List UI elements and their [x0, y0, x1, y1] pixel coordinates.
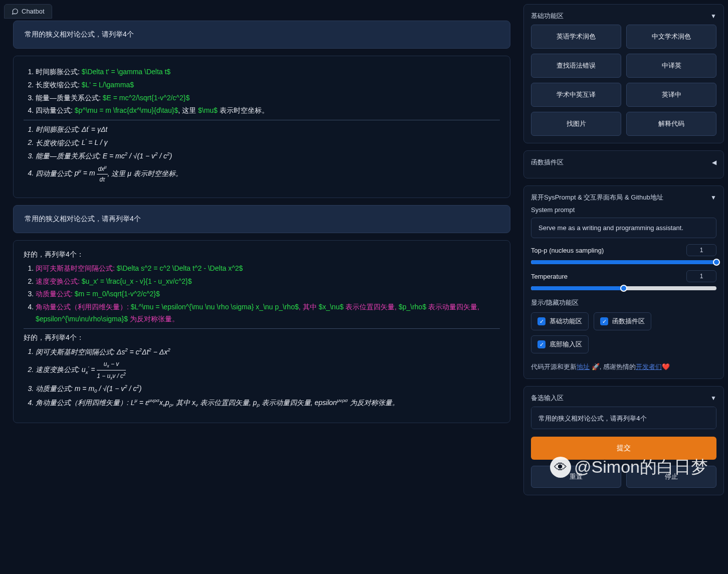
user-message: 常用的狭义相对论公式，请再列举4个 [13, 205, 510, 233]
submit-button[interactable]: 提交 [531, 437, 716, 460]
sysprompt-panel: 展开SysPrompt & 交互界面布局 & Github地址 ▼ System… [523, 185, 724, 379]
alt-input[interactable] [531, 407, 716, 429]
check-icon: ✓ [537, 317, 545, 325]
divider [24, 120, 500, 120]
rendered-formula: 速度变换公式: ux′ = ux − v1 − uxv / c2 [36, 359, 500, 381]
heart-icon: ❤️ [662, 363, 670, 370]
toggle-checkbox[interactable]: ✓ 底部输入区 [531, 335, 589, 353]
bot-message: 好的，再列举4个： 闵可夫斯基时空间隔公式: $\Delta s^2 = c^2… [13, 240, 510, 423]
source-link[interactable]: 地址 [577, 363, 590, 370]
func-button[interactable]: 中文学术润色 [626, 25, 716, 49]
divider [24, 328, 500, 329]
top-p-label: Top-p (nucleus sampling) [531, 247, 604, 254]
caret-down-icon: ▼ [710, 194, 716, 201]
rendered-formula: 能量—质量关系公式: E = mc2 / √(1 − v2 / c2) [36, 150, 500, 162]
temperature-label: Temperature [531, 273, 568, 280]
panel-header[interactable]: 展开SysPrompt & 交互界面布局 & Github地址 ▼ [531, 193, 716, 202]
tab-chatbot[interactable]: Chatbot [4, 4, 52, 19]
func-button[interactable]: 查找语法错误 [531, 54, 621, 78]
rocket-icon: 🚀 [592, 363, 600, 370]
temperature-value[interactable]: 1 [686, 270, 716, 282]
user-message-text: 常用的狭义相对论公式，请列举4个 [25, 30, 134, 38]
caret-down-icon: ▼ [710, 395, 716, 402]
alt-input-panel: 备选输入区 ▼ 提交 重置 停止 [523, 386, 724, 495]
basic-panel: 基础功能区 ▼ 英语学术润色 中文学术润色 查找语法错误 中译英 学术中英互译 … [523, 4, 724, 143]
system-prompt-input[interactable] [531, 218, 716, 238]
panel-header[interactable]: 备选输入区 ▼ [531, 394, 716, 403]
note-text: 代码开源和更新地址 🚀, 感谢热情的开发者们❤️ [531, 362, 716, 371]
chat-icon [12, 8, 19, 15]
rendered-formula: 时间膨胀公式: Δt′ = γΔt [36, 123, 500, 135]
bot-text: 好的，再列举4个： [24, 332, 500, 344]
tab-label: Chatbot [22, 8, 45, 15]
temperature-slider[interactable] [531, 286, 716, 290]
bot-message: 时间膨胀公式: $\Delta t' = \gamma \Delta t$ 长度… [13, 56, 510, 198]
sys-prompt-label: System prompt [531, 206, 716, 214]
caret-down-icon: ▼ [710, 13, 716, 20]
toggle-title: 显示/隐藏功能区 [531, 298, 716, 307]
panel-title: 函数插件区 [531, 158, 564, 167]
panel-title: 备选输入区 [531, 394, 564, 403]
stop-button[interactable]: 停止 [626, 466, 716, 488]
bot-text: 好的，再列举4个： [24, 249, 500, 261]
devs-link[interactable]: 开发者们 [636, 363, 662, 370]
user-message-text: 常用的狭义相对论公式，请再列举4个 [25, 215, 141, 223]
panel-header[interactable]: 函数插件区 ◀ [531, 158, 716, 167]
func-button[interactable]: 中译英 [626, 54, 716, 78]
func-button[interactable]: 英译中 [626, 83, 716, 107]
check-icon: ✓ [537, 340, 545, 348]
toggle-checkbox[interactable]: ✓ 函数插件区 [594, 312, 651, 330]
panel-title: 基础功能区 [531, 12, 564, 21]
panel-title: 展开SysPrompt & 交互界面布局 & Github地址 [531, 193, 663, 202]
rendered-formula: 闵可夫斯基时空间隔公式: Δs2 = c2Δt2 − Δx2 [36, 346, 500, 358]
func-button[interactable]: 英语学术润色 [531, 25, 621, 49]
func-button[interactable]: 找图片 [531, 112, 621, 136]
top-p-value[interactable]: 1 [686, 244, 716, 256]
reset-button[interactable]: 重置 [531, 466, 621, 488]
func-button[interactable]: 学术中英互译 [531, 83, 621, 107]
caret-left-icon: ◀ [712, 159, 716, 166]
panel-header[interactable]: 基础功能区 ▼ [531, 12, 716, 21]
func-button[interactable]: 解释代码 [626, 112, 716, 136]
toggle-checkbox[interactable]: ✓ 基础功能区 [531, 312, 589, 330]
rendered-formula: 动质量公式: m = m0 / √(1 − v2 / c2) [36, 382, 500, 396]
user-message: 常用的狭义相对论公式，请列举4个 [13, 21, 510, 49]
plugin-panel: 函数插件区 ◀ [523, 150, 724, 178]
top-p-slider[interactable] [531, 260, 716, 264]
rendered-formula: 四动量公式: pμ = m dxμdτ, 这里 μ 表示时空坐标。 [36, 163, 500, 184]
rendered-formula: 角动量公式（利用四维矢量）: Lμ = εμνρσxνpρ, 其中 xν 表示位… [36, 397, 500, 410]
rendered-formula: 长度收缩公式: L′ = L / γ [36, 137, 500, 149]
check-icon: ✓ [600, 317, 608, 325]
